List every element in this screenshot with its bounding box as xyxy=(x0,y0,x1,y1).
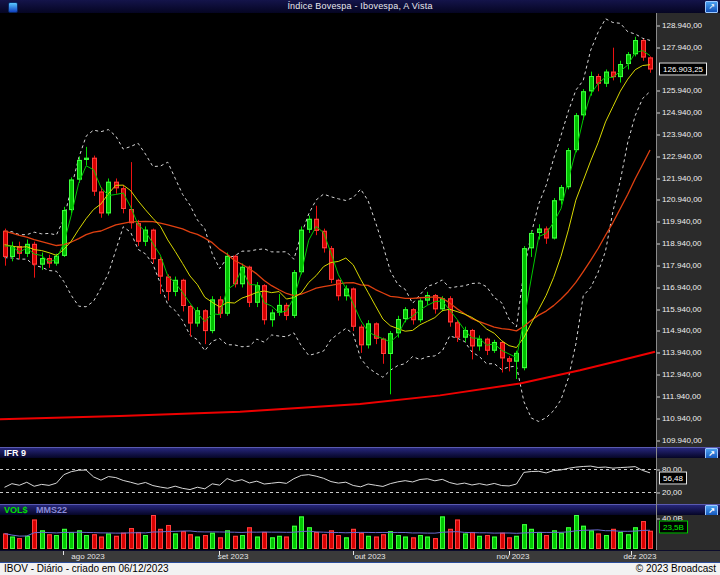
axis-separator xyxy=(656,13,657,550)
axis-tick-label: 124.940,00 xyxy=(662,108,702,117)
month-tick xyxy=(63,551,64,555)
status-bar: IBOV - Diário - criado em 06/12/2023 © 2… xyxy=(0,562,720,575)
ifr-axis: 80,0020,0056,48 xyxy=(657,458,720,504)
month-label: out 2023 xyxy=(354,552,385,561)
axis-tick-label: 128.940,00 xyxy=(662,21,702,30)
volume-title: VOL$ xyxy=(4,505,28,515)
volume-chart[interactable] xyxy=(0,515,657,550)
page-title: Índice Bovespa - Ibovespa, A Vista xyxy=(0,0,720,13)
axis-tick-label: 116.940,00 xyxy=(662,283,701,292)
month-label: ago 2023 xyxy=(71,552,104,561)
axis-tick-label: 121.940,00 xyxy=(662,174,702,183)
charting-app-window: Índice Bovespa - Ibovespa, A Vista ↗ MMS… xyxy=(0,0,720,575)
axis-tick-label: 109.940,00 xyxy=(662,436,702,445)
axis-tick-label: 122.940,00 xyxy=(662,152,702,161)
ifr-title: IFR 9 xyxy=(4,448,26,458)
axis-tick-label: 110.940,00 xyxy=(662,414,701,423)
axis-tick-label: 112.940,00 xyxy=(662,370,701,379)
price-axis: 128.940,00127.940,00125.940,00124.940,00… xyxy=(657,13,720,447)
axis-tick-label: 113.940,00 xyxy=(662,348,701,357)
month-label: dez 2023 xyxy=(624,552,657,561)
axis-tick-label: 119.940,00 xyxy=(662,217,701,226)
current-value-box: 56,48 xyxy=(659,472,687,485)
status-chart-info: IBOV - Diário - criado em 06/12/2023 xyxy=(4,563,169,575)
axis-tick-label: 117.940,00 xyxy=(662,261,701,270)
axis-tick-label: 114.940,00 xyxy=(662,326,701,335)
ifr-indicator-chart[interactable] xyxy=(0,458,657,504)
status-copyright: © 2023 Broadcast xyxy=(636,563,716,575)
axis-tick-label: 120.940,00 xyxy=(662,195,702,204)
axis-tick-label: 118.940,00 xyxy=(662,239,701,248)
axis-tick-label: 123.940,00 xyxy=(662,130,702,139)
volume-axis: 40,0B23,5B xyxy=(657,515,720,550)
month-label: nov 2023 xyxy=(497,552,530,561)
axis-tick-label: 125.940,00 xyxy=(662,86,702,95)
expand-main-chart-icon[interactable]: ↗ xyxy=(705,1,718,13)
volume-ma-label: MMS22 xyxy=(36,505,67,515)
month-label: set 2023 xyxy=(218,552,249,561)
axis-tick-label: 115.940,00 xyxy=(662,305,701,314)
axis-tick-label: 20,00 xyxy=(662,488,682,497)
axis-tick-label: 111.940,00 xyxy=(662,392,701,401)
current-value-box: 126.903,25 xyxy=(659,63,707,76)
axis-tick-label: 127.940,00 xyxy=(662,43,702,52)
title-bar: Índice Bovespa - Ibovespa, A Vista ↗ xyxy=(0,0,720,13)
current-value-box: 23,5B xyxy=(659,521,688,534)
main-price-chart[interactable] xyxy=(0,13,657,447)
